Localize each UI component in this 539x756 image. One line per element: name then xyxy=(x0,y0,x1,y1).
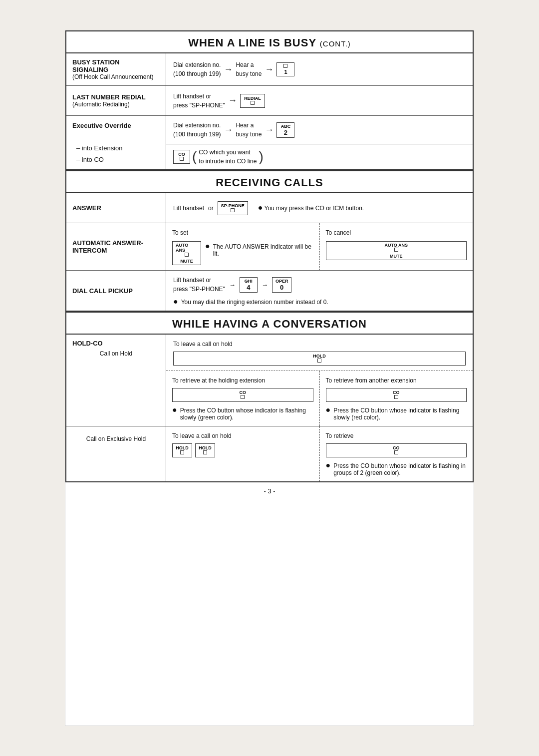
answer-sp-phone-indicator xyxy=(231,208,235,212)
exclusive-key2-label: HOLD xyxy=(199,445,212,450)
exec-into-extension: – into Extension xyxy=(72,144,160,152)
auto-answer-set-row: AUTO ANS MUTE ● The AUTO ANSWER indicato… xyxy=(172,241,313,265)
dial-pickup-bullet: ● xyxy=(173,298,178,306)
dial-pickup-key1-main: 4 xyxy=(247,284,250,291)
dial-pickup-content: Lift handset orpress "SP-PHONE" → GHI 4 … xyxy=(166,271,473,311)
page: WHEN A LINE IS BUSY (CONT.) BUSY STATION… xyxy=(65,30,474,726)
retrieve-other-co-label: CO xyxy=(393,390,400,395)
hold-key: HOLD xyxy=(173,352,466,366)
answer-label-text: ANSWER xyxy=(72,204,160,212)
auto-answer-set: To set AUTO ANS MUTE ● The AUTO ANSWER i… xyxy=(166,223,319,270)
hold-retrieve-split: To retrieve at the holding extension CO … xyxy=(166,371,473,426)
retrieve-ext-co-label: CO xyxy=(240,390,247,395)
auto-ans-key-cancel-indicator xyxy=(394,248,398,252)
last-redial-steps: Lift handset orpress "SP-PHONE" → REDIAL xyxy=(173,92,265,110)
busy-station-key1: 1 xyxy=(276,62,294,76)
dial-pickup-label: DIAL CALL PICKUP xyxy=(66,271,166,311)
mute-label-cancel: MUTE xyxy=(390,254,403,259)
hold-co-content: To leave a call on hold HOLD To retrieve… xyxy=(166,335,473,426)
exec-co-key: CO xyxy=(173,150,190,164)
answer-lift: Lift handset xyxy=(173,204,204,213)
retrieve-ext-co-indicator xyxy=(241,395,245,399)
auto-ans-key-set: AUTO ANS MUTE xyxy=(172,241,201,265)
last-redial-arrow1: → xyxy=(228,95,237,106)
auto-answer-split: To set AUTO ANS MUTE ● The AUTO ANSWER i… xyxy=(166,223,473,270)
exec-override-title: Executive Override xyxy=(72,122,160,129)
hold-co-sub: Call on Hold xyxy=(72,350,160,357)
busy-station-row: BUSY STATIONSIGNALING (Off Hook Call Ann… xyxy=(66,53,473,86)
exclusive-hold-label: Call on Exclusive Hold xyxy=(66,426,166,481)
exec-co-key-indicator xyxy=(180,157,184,161)
busy-station-title: BUSY STATIONSIGNALING xyxy=(72,58,160,73)
exclusive-split: To leave a call on hold HOLD HOLD xyxy=(166,426,473,481)
retrieve-ext-bullet: ● xyxy=(172,406,177,414)
dial-pickup-key2-main: 0 xyxy=(280,284,283,291)
last-redial-sub: (Automatic Redialing) xyxy=(72,101,160,108)
dial-pickup-key1-top: GHI xyxy=(245,279,253,284)
exclusive-retrieve-label: To retrieve xyxy=(326,431,467,440)
auto-ans-key-cancel-label: AUTO ANS xyxy=(384,243,408,248)
exec-ext-step1: Dial extension no.(100 through 199) xyxy=(173,121,221,139)
last-redial-label: LAST NUMBER REDIAL (Automatic Redialing) xyxy=(66,86,166,115)
auto-answer-set-note: ● The AUTO ANSWER indicator will be lit. xyxy=(205,243,313,257)
exclusive-leave-label: To leave a call on hold xyxy=(172,431,313,440)
exec-into-co: – into CO xyxy=(72,156,160,163)
exclusive-retrieve: To retrieve CO ● Press the CO button who… xyxy=(319,426,473,481)
auto-answer-content: To set AUTO ANS MUTE ● The AUTO ANSWER i… xyxy=(166,223,473,270)
hold-leave-row: To leave a call on hold HOLD xyxy=(166,335,473,371)
exec-co-row: CO ( CO which you wantto intrude into CO… xyxy=(166,144,473,169)
answer-sp-phone-label: SP-PHONE xyxy=(221,203,245,208)
busy-section-body: BUSY STATIONSIGNALING (Off Hook Call Ann… xyxy=(66,53,473,169)
dial-pickup-row: DIAL CALL PICKUP Lift handset orpress "S… xyxy=(66,271,473,311)
exclusive-key1-label: HOLD xyxy=(176,445,189,450)
exec-ext-step2: Hear abusy tone xyxy=(236,121,262,139)
conversation-body: HOLD-CO Call on Hold To leave a call on … xyxy=(66,335,473,481)
exclusive-co-label: CO xyxy=(393,445,400,450)
exec-override-row: Executive Override – into Extension – in… xyxy=(66,116,473,169)
exclusive-co-key: CO xyxy=(326,443,467,457)
answer-content: Lift handset or SP-PHONE ● You may press… xyxy=(166,193,473,223)
exclusive-note: ● Press the CO button whose indicator is… xyxy=(326,462,467,476)
dial-pickup-step1: Lift handset orpress "SP-PHONE" xyxy=(173,276,225,294)
receiving-body: ANSWER Lift handset or SP-PHONE ● You ma… xyxy=(66,193,473,311)
exec-ext-row: Dial extension no.(100 through 199) → He… xyxy=(166,116,473,144)
last-redial-step1: Lift handset orpress "SP-PHONE" xyxy=(173,92,225,110)
mute-label-set: MUTE xyxy=(180,259,193,264)
hold-co-label: HOLD-CO Call on Hold xyxy=(66,335,166,426)
exec-ext-arrow1: → xyxy=(224,125,233,135)
busy-title: WHEN A LINE IS BUSY xyxy=(188,36,316,49)
hold-retrieve-ext: To retrieve at the holding extension CO … xyxy=(166,371,319,426)
answer-row: ANSWER Lift handset or SP-PHONE ● You ma… xyxy=(66,193,473,223)
conversation-header: WHILE HAVING A CONVERSATION xyxy=(66,313,473,335)
exec-ext-key-top: ABC xyxy=(281,124,291,129)
exclusive-key1-indicator xyxy=(180,450,184,454)
exclusive-key2-indicator xyxy=(203,450,207,454)
last-redial-content: Lift handset orpress "SP-PHONE" → REDIAL xyxy=(166,86,473,115)
dial-pickup-key2: OPER 0 xyxy=(272,277,292,293)
retrieve-other-bullet: ● xyxy=(326,406,331,414)
exclusive-hold-sub: Call on Exclusive Hold xyxy=(72,435,160,442)
retrieve-ext-note-text: Press the CO button whose indicator is f… xyxy=(180,407,313,421)
hold-retrieve-other: To retrieve from another extension CO ● … xyxy=(319,371,473,426)
retrieve-other-co-key: CO xyxy=(326,388,467,402)
exec-ext-key-main: 2 xyxy=(284,129,287,136)
exec-ext-key: ABC 2 xyxy=(276,122,294,138)
auto-ans-key-set-label: AUTO ANS xyxy=(176,243,198,253)
busy-station-label: BUSY STATIONSIGNALING (Off Hook Call Ann… xyxy=(66,53,166,85)
exclusive-hold-row: Call on Exclusive Hold To leave a call o… xyxy=(66,426,473,481)
busy-station-step2: Hear abusy tone xyxy=(236,60,262,78)
exec-override-content: Dial extension no.(100 through 199) → He… xyxy=(166,116,473,169)
exclusive-note-text: Press the CO button whose indicator is f… xyxy=(333,462,467,476)
auto-answer-label: AUTOMATIC ANSWER-INTERCOM xyxy=(66,223,166,270)
answer-note: ● You may press the CO or ICM button. xyxy=(258,204,364,213)
dial-pickup-note-text: You may dial the ringing extension numbe… xyxy=(181,299,328,306)
busy-station-sub: (Off Hook Call Announcement) xyxy=(72,73,160,80)
dial-pickup-key2-top: OPER xyxy=(275,279,288,284)
exec-ext-steps: Dial extension no.(100 through 199) → He… xyxy=(173,121,294,139)
auto-answer-set-label: To set xyxy=(172,228,313,237)
last-redial-key-top: REDIAL xyxy=(244,96,261,101)
retrieve-other-note-text: Press the CO button whose indicator is f… xyxy=(333,407,467,421)
exclusive-hold-key2: HOLD xyxy=(195,443,215,457)
conversation-section: WHILE HAVING A CONVERSATION HOLD-CO Call… xyxy=(65,312,474,482)
answer-sp-phone-key: SP-PHONE xyxy=(218,201,248,215)
